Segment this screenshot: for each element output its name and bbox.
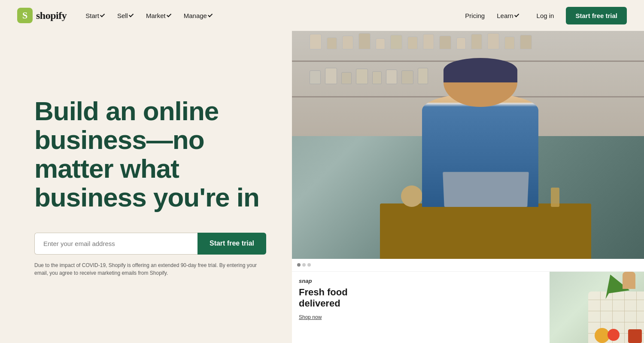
email-form: Start free trial [34,233,266,255]
store-text-panel: snap Fresh food delivered Shop now [292,272,550,343]
fresh-food-image [550,272,644,343]
main-content: Build an online business—no matter what … [0,31,644,343]
disclaimer-text: Due to the impact of COVID-19, Shopify i… [34,261,266,277]
shop-now-link[interactable]: Shop now [299,314,322,320]
hero-section: Build an online business—no matter what … [0,31,292,343]
login-link[interactable]: Log in [532,9,559,23]
logo[interactable]: S shopify [17,8,67,23]
nav-left: S shopify Start Sell Market Manage [17,8,218,23]
nav-cta-button[interactable]: Start free trial [566,7,627,24]
dot-2 [302,263,306,267]
hero-cta-button[interactable]: Start free trial [197,233,266,255]
primary-nav: Start Sell Market Manage [80,9,218,23]
chevron-down-icon [100,12,105,17]
woman-figure [380,89,591,265]
navbar: S shopify Start Sell Market Manage [0,0,644,31]
store-brand: snap [299,278,543,284]
chevron-down-icon [208,12,213,17]
email-input[interactable] [34,233,197,255]
nav-start[interactable]: Start [80,9,110,23]
dots [297,263,311,267]
store-preview-panel: snap Fresh food delivered Shop now [292,271,644,343]
shopify-logo-icon: S [17,8,33,23]
nav-pricing[interactable]: Pricing [460,9,490,23]
hero-image-section: snap Fresh food delivered Shop now [292,31,644,343]
nav-right: Pricing Learn Log in Start free trial [460,7,627,24]
chevron-down-icon [514,12,519,17]
dot-1 [297,263,301,267]
dot-3 [307,263,311,267]
secondary-nav: Pricing Learn [460,9,524,23]
pagination-dots-bar [292,259,644,271]
svg-text:S: S [22,10,27,21]
logo-wordmark: shopify [36,10,67,21]
nav-market[interactable]: Market [141,9,177,23]
nav-manage[interactable]: Manage [179,9,218,23]
hero-photo [292,31,644,265]
nav-sell[interactable]: Sell [112,9,139,23]
hero-title: Build an online business—no matter what … [34,97,266,212]
nav-learn[interactable]: Learn [492,9,524,23]
chevron-down-icon [129,12,134,17]
store-heading: Fresh food delivered [299,287,543,310]
chevron-down-icon [167,12,171,17]
